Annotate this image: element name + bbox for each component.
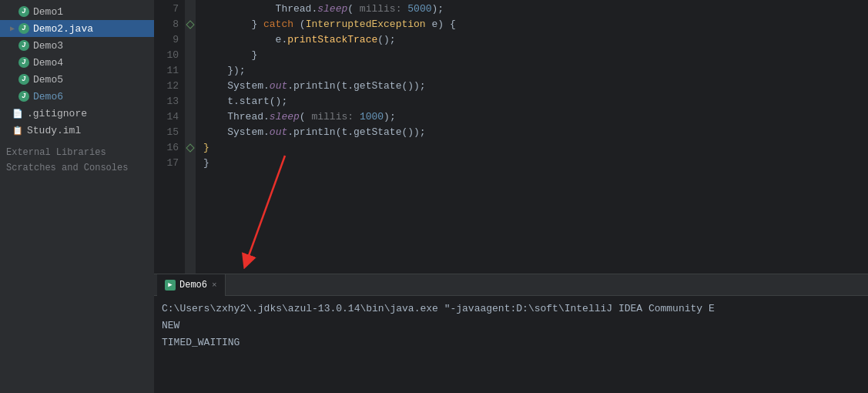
panel-output-status: TIMED_WAITING xyxy=(162,334,860,351)
java-icon-demo6 xyxy=(18,91,29,102)
ln-14: 14 xyxy=(154,109,179,125)
code-line-9: e.printStackTrace(); xyxy=(203,32,868,48)
ln-16: 16 xyxy=(154,140,179,156)
sidebar-label-demo1: Demo1 xyxy=(33,6,63,18)
sidebar-ext-libraries[interactable]: External Libraries xyxy=(0,145,154,160)
gutter-14 xyxy=(185,109,196,125)
ln-9: 9 xyxy=(154,32,179,48)
code-content: Thread.sleep( millis: 5000); } catch (In… xyxy=(196,0,868,274)
sidebar-item-demo6[interactable]: Demo6 xyxy=(0,88,154,105)
sidebar-scratches-label: Scratches and Consoles xyxy=(6,163,128,173)
code-line-13: t.start(); xyxy=(203,94,868,109)
gutter-11 xyxy=(185,63,196,79)
sidebar-label-demo3: Demo3 xyxy=(33,40,63,52)
sidebar-item-demo2[interactable]: ▶ Demo2.java xyxy=(0,20,154,37)
code-line-16: } xyxy=(203,140,868,156)
gutter-10 xyxy=(185,48,196,63)
expand-arrow-demo3 xyxy=(8,41,17,50)
java-icon-demo3 xyxy=(18,40,29,51)
sidebar-item-demo5[interactable]: Demo5 xyxy=(0,71,154,88)
panel-tab-demo6[interactable]: ▶ Demo6 × xyxy=(157,274,226,296)
gitignore-icon: 📄 xyxy=(12,108,23,119)
gutter-17 xyxy=(185,156,196,171)
panel-command-line: C:\Users\zxhy2\.jdks\azul-13.0.14\bin\ja… xyxy=(162,301,860,317)
gutter-12 xyxy=(185,79,196,94)
sidebar-label-demo4: Demo4 xyxy=(33,57,63,69)
ln-7: 7 xyxy=(154,2,179,17)
line-numbers: 7 8 9 10 11 12 13 14 15 16 17 xyxy=(154,0,185,274)
ln-17: 17 xyxy=(154,156,179,171)
code-editor-wrapper: 7 8 9 10 11 12 13 14 15 16 17 xyxy=(154,0,868,274)
gutter-9 xyxy=(185,32,196,48)
ln-13: 13 xyxy=(154,94,179,109)
sidebar-label-demo2: Demo2.java xyxy=(33,23,93,35)
sidebar-label-demo5: Demo5 xyxy=(33,74,63,86)
panel-output-new: NEW xyxy=(162,317,860,334)
java-icon-demo1 xyxy=(18,6,29,17)
project-sidebar: Demo1 ▶ Demo2.java Demo3 Demo4 Demo5 Dem… xyxy=(0,0,154,393)
sidebar-label-demo6: Demo6 xyxy=(33,91,63,102)
gutter-7 xyxy=(185,2,196,17)
ln-11: 11 xyxy=(154,63,179,79)
gutter-13 xyxy=(185,94,196,109)
java-icon-demo2 xyxy=(18,23,29,34)
panel-tabs: ▶ Demo6 × xyxy=(154,274,868,296)
code-line-7: Thread.sleep( millis: 5000); xyxy=(203,2,868,17)
sidebar-item-demo4[interactable]: Demo4 xyxy=(0,54,154,71)
catch-keyword: catch xyxy=(263,17,293,32)
sidebar-item-demo1[interactable]: Demo1 xyxy=(0,3,154,20)
bottom-panel: ▶ Demo6 × C:\Users\zxhy2\.jdks\azul-13.0… xyxy=(154,274,868,393)
panel-tab-label: Demo6 xyxy=(179,280,207,291)
gutter-15 xyxy=(185,125,196,140)
expand-arrow-demo5 xyxy=(8,75,17,84)
ln-12: 12 xyxy=(154,79,179,94)
ln-8: 8 xyxy=(154,17,179,32)
code-lines: 7 8 9 10 11 12 13 14 15 16 17 xyxy=(154,0,868,274)
ln-15: 15 xyxy=(154,125,179,140)
code-line-11: }); xyxy=(203,63,868,79)
sidebar-item-gitignore[interactable]: 📄 .gitignore xyxy=(0,105,154,122)
sidebar-label-gitignore: .gitignore xyxy=(27,108,87,119)
panel-tab-close[interactable]: × xyxy=(212,280,217,290)
expand-arrow-demo4 xyxy=(8,58,17,67)
java-icon-demo4 xyxy=(18,57,29,68)
sidebar-ext-libraries-label: External Libraries xyxy=(6,147,106,158)
gutter xyxy=(185,0,196,274)
sidebar-item-demo3[interactable]: Demo3 xyxy=(0,37,154,54)
code-line-17: } xyxy=(203,156,868,171)
expand-arrow-demo2: ▶ xyxy=(8,24,17,33)
code-editor[interactable]: 7 8 9 10 11 12 13 14 15 16 17 xyxy=(154,0,868,274)
code-line-15: System.out.println(t.getState()); xyxy=(203,125,868,140)
code-line-14: Thread.sleep( millis: 1000); xyxy=(203,109,868,125)
iml-icon: 📋 xyxy=(12,125,23,136)
sidebar-item-study[interactable]: 📋 Study.iml xyxy=(0,122,154,139)
sidebar-scratches[interactable]: Scratches and Consoles xyxy=(0,160,154,176)
ln-10: 10 xyxy=(154,48,179,63)
panel-content: C:\Users\zxhy2\.jdks\azul-13.0.14\bin\ja… xyxy=(154,296,868,393)
gutter-16 xyxy=(185,140,196,156)
tab-run-icon: ▶ xyxy=(165,280,176,291)
expand-arrow-demo1 xyxy=(8,7,17,16)
code-line-12: System.out.println(t.getState()); xyxy=(203,79,868,94)
sidebar-label-study: Study.iml xyxy=(27,125,81,136)
code-line-8: } catch (InterruptedException e) { xyxy=(203,17,868,32)
editor-area: 7 8 9 10 11 12 13 14 15 16 17 xyxy=(154,0,868,393)
code-line-10: } xyxy=(203,48,868,63)
gutter-8 xyxy=(185,17,196,32)
java-icon-demo5 xyxy=(18,74,29,85)
expand-arrow-demo6 xyxy=(8,92,17,101)
